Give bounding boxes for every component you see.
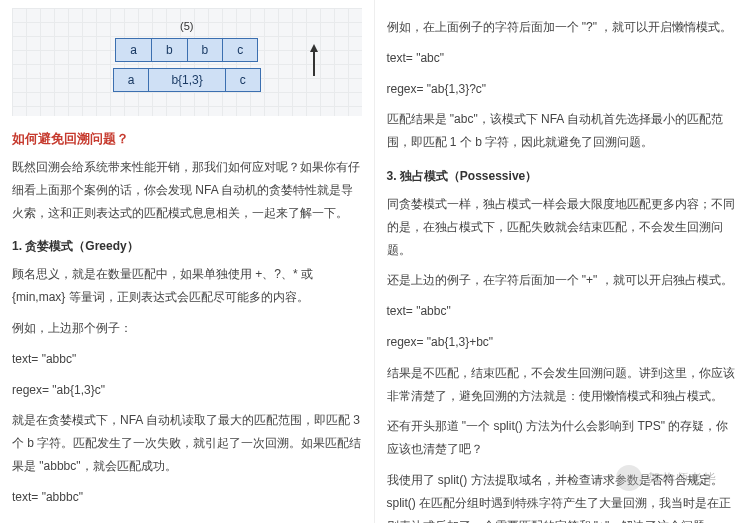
cell: b xyxy=(152,38,188,62)
code-line: text= "abbc" xyxy=(387,300,737,323)
diagram-row-input: a b b c xyxy=(115,38,258,62)
diagram-row-regex: a b{1,3} c xyxy=(113,68,261,92)
cell: b{1,3} xyxy=(149,68,225,92)
cell: b xyxy=(188,38,224,62)
code-line: regex= "ab{1,3}c" xyxy=(12,379,362,402)
section-heading-avoid-backtrack: 如何避免回溯问题？ xyxy=(12,130,362,148)
watermark-text: 架构师老毕 xyxy=(648,470,718,487)
paragraph: 匹配结果是 "abc"，该模式下 NFA 自动机首先选择最小的匹配范围，即匹配 … xyxy=(387,108,737,154)
paragraph: 同贪婪模式一样，独占模式一样会最大限度地匹配更多内容；不同的是，在独占模式下，匹… xyxy=(387,193,737,261)
paragraph: 还是上边的例子，在字符后面加一个 "+" ，就可以开启独占模式。 xyxy=(387,269,737,292)
code-line: text= "abbbc" xyxy=(12,486,362,509)
cell: c xyxy=(226,68,261,92)
watermark: 架构师老毕 xyxy=(616,465,718,491)
code-line: text= "abc" xyxy=(387,47,737,70)
code-line: regex= "ab{1,3}+bc" xyxy=(387,331,737,354)
paragraph: 顾名思义，就是在数量匹配中，如果单独使用 +、?、* 或 {min,max} 等… xyxy=(12,263,362,309)
paragraph: 例如，在上面例子的字符后面加一个 "?" ，就可以开启懒惰模式。 xyxy=(387,16,737,39)
diagram-step-label: (5) xyxy=(30,20,344,32)
cell: a xyxy=(115,38,152,62)
code-line: regex= "ab{1,3}?c" xyxy=(387,78,737,101)
paragraph: 既然回溯会给系统带来性能开销，那我们如何应对呢？如果你有仔细看上面那个案例的话，… xyxy=(12,156,362,224)
paragraph: 就是在贪婪模式下，NFA 自动机读取了最大的匹配范围，即匹配 3 个 b 字符。… xyxy=(12,409,362,477)
right-column: 例如，在上面例子的字符后面加一个 "?" ，就可以开启懒惰模式。 text= "… xyxy=(375,0,749,523)
nfa-diagram: (5) a b b c a b{1,3} c xyxy=(12,8,362,116)
code-line: regex= "ab{1,3}c" xyxy=(12,517,362,523)
section-heading-greedy: 1. 贪婪模式（Greedy） xyxy=(12,238,362,255)
watermark-avatar-icon xyxy=(616,465,642,491)
left-column: (5) a b b c a b{1,3} c 如何避免回溯问题？ 既然回溯会给系… xyxy=(0,0,375,523)
paragraph: 还有开头那道 "一个 split() 方法为什么会影响到 TPS" 的存疑，你应… xyxy=(387,415,737,461)
backtrack-arrow-icon xyxy=(310,44,318,52)
code-line: text= "abbc" xyxy=(12,348,362,371)
section-heading-possessive: 3. 独占模式（Possessive） xyxy=(387,168,737,185)
paragraph: 例如，上边那个例子： xyxy=(12,317,362,340)
cell: c xyxy=(223,38,258,62)
cell: a xyxy=(113,68,150,92)
paragraph: 结果是不匹配，结束匹配，不会发生回溯问题。讲到这里，你应该非常清楚了，避免回溯的… xyxy=(387,362,737,408)
